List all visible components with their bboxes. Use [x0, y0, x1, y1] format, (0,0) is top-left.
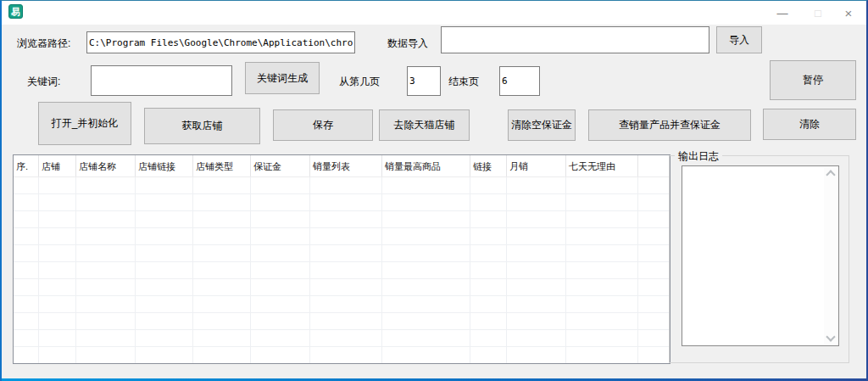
table-cell [507, 313, 566, 330]
table-row[interactable] [14, 262, 670, 279]
table-cell [39, 347, 76, 364]
pause-button[interactable]: 暂停 [770, 60, 856, 100]
get-shops-button[interactable]: 获取店铺 [144, 108, 260, 144]
column-header[interactable]: 月销 [507, 155, 566, 176]
app-window: 易 — □ × 浏览器路径: 数据导入 导入 关键词: 关键词生成 从第几页 结… [0, 0, 868, 381]
table-cell [507, 228, 566, 245]
table-cell [566, 228, 638, 245]
column-header[interactable]: 店铺类型 [193, 155, 251, 176]
table-cell [382, 245, 470, 262]
table-row[interactable] [14, 211, 670, 228]
column-header[interactable]: 序. [14, 155, 39, 176]
data-import-input[interactable] [441, 26, 709, 53]
table-cell [507, 245, 566, 262]
table-cell [566, 245, 638, 262]
open-and-init-button[interactable]: 打开_并初始化 [38, 102, 131, 145]
table-cell [251, 279, 310, 296]
column-header[interactable]: 店铺 [39, 155, 76, 176]
column-header[interactable] [638, 155, 670, 176]
table-cell [193, 330, 251, 347]
table-cell [14, 330, 39, 347]
table-cell [470, 313, 507, 330]
table-cell [193, 279, 251, 296]
table-body [14, 177, 670, 364]
save-button[interactable]: 保存 [273, 109, 373, 141]
table-row[interactable] [14, 313, 670, 330]
minimize-button[interactable]: — [768, 3, 797, 23]
table-cell [310, 279, 382, 296]
table-cell [14, 262, 39, 279]
table-cell [193, 211, 251, 228]
table-cell [310, 228, 382, 245]
import-button[interactable]: 导入 [716, 26, 762, 53]
keyword-label: 关键词: [27, 75, 60, 89]
column-header[interactable]: 店铺链接 [136, 155, 193, 176]
browser-path-input[interactable] [86, 31, 355, 53]
output-log-textarea[interactable] [682, 165, 839, 346]
remove-tmall-shops-button[interactable]: 去除天猫店铺 [379, 109, 470, 141]
table-cell [251, 347, 310, 364]
table-cell [470, 279, 507, 296]
table-cell [136, 177, 193, 194]
table-row[interactable] [14, 245, 670, 262]
maximize-button: □ [804, 3, 832, 23]
table-cell [39, 177, 76, 194]
start-page-input[interactable] [407, 66, 441, 96]
table-cell [136, 313, 193, 330]
table-row[interactable] [14, 330, 670, 347]
close-button[interactable]: × [834, 3, 863, 23]
table-row[interactable] [14, 296, 670, 313]
keyword-generate-button[interactable]: 关键词生成 [245, 62, 320, 94]
table-cell [507, 262, 566, 279]
table-cell [76, 347, 136, 364]
table-cell [14, 279, 39, 296]
table-cell [566, 177, 638, 194]
table-cell [39, 296, 76, 313]
table-cell [470, 262, 507, 279]
table-cell [507, 211, 566, 228]
column-header[interactable]: 店铺名称 [76, 155, 136, 176]
column-header[interactable]: 链接 [470, 155, 507, 176]
table-cell [566, 194, 638, 211]
table-cell [470, 211, 507, 228]
table-cell [251, 330, 310, 347]
table-cell [193, 296, 251, 313]
table-cell [136, 194, 193, 211]
output-log-scrollbar[interactable] [824, 167, 837, 345]
table-row[interactable] [14, 228, 670, 245]
keyword-input[interactable] [91, 65, 232, 96]
table-row[interactable] [14, 194, 670, 211]
table-cell [638, 279, 670, 296]
table-cell [76, 177, 136, 194]
table-cell [507, 296, 566, 313]
scroll-down-icon[interactable] [826, 332, 835, 341]
table-cell [14, 177, 39, 194]
table-cell [310, 330, 382, 347]
table-cell [566, 347, 638, 364]
scroll-up-icon[interactable] [826, 170, 835, 179]
table-row[interactable] [14, 347, 670, 364]
table-cell [638, 313, 670, 330]
clear-empty-deposit-button[interactable]: 清除空保证金 [508, 109, 576, 141]
table-cell [76, 211, 136, 228]
query-sales-and-deposit-button[interactable]: 查销量产品并查保证金 [588, 109, 751, 141]
column-header[interactable]: 保证金 [251, 155, 310, 176]
clear-button[interactable]: 清除 [763, 109, 856, 140]
shop-table[interactable]: 序.店铺店铺名称店铺链接店铺类型保证金销量列表销量最高商品链接月销七天无理由 [13, 154, 670, 364]
table-cell [136, 279, 193, 296]
column-header[interactable]: 销量列表 [310, 155, 382, 176]
titlebar[interactable]: 易 — □ × [2, 1, 866, 25]
table-row[interactable] [14, 177, 670, 194]
column-header[interactable]: 销量最高商品 [382, 155, 470, 176]
table-cell [638, 194, 670, 211]
column-header[interactable]: 七天无理由 [566, 155, 638, 176]
table-cell [76, 296, 136, 313]
end-page-input[interactable] [499, 66, 540, 96]
table-row[interactable] [14, 279, 670, 296]
table-cell [638, 296, 670, 313]
table-cell [470, 177, 507, 194]
table-cell [382, 296, 470, 313]
table-cell [76, 245, 136, 262]
table-cell [470, 194, 507, 211]
table-cell [507, 279, 566, 296]
